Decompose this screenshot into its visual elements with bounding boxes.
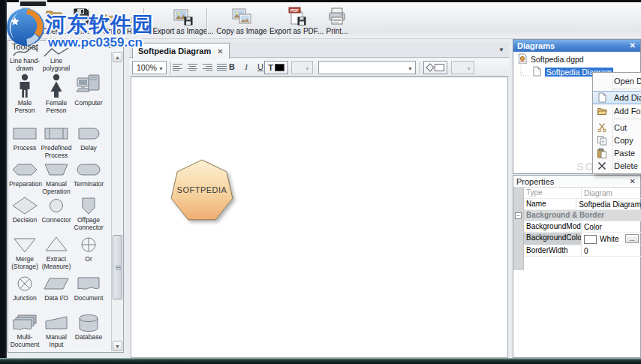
menu-item-open-diagram[interactable]: Open Diagram	[593, 74, 641, 87]
toolset-item-label: Connector	[41, 216, 72, 224]
computer-shape-icon	[73, 74, 104, 99]
format-toolbar: 100%▼BIUT▼▼▼	[129, 59, 509, 77]
menu-item-cut[interactable]: Cut	[593, 121, 641, 134]
align-right-icon[interactable]	[203, 64, 212, 72]
properties-panel-title: Properties	[516, 177, 554, 186]
toolset-close-icon[interactable]: ✕	[107, 42, 116, 50]
toolset-item-label: Preparation	[9, 180, 41, 188]
tab-list-dropdown-icon[interactable]: ▼	[498, 47, 504, 53]
property-row-borderwidth[interactable]: BorderWidth0	[524, 245, 641, 257]
italic-button[interactable]: I	[241, 61, 251, 74]
section-label: Background & Border	[524, 210, 604, 221]
toolset-item-label: Decision	[9, 216, 41, 224]
collapse-expander-icon[interactable]: −	[515, 212, 522, 219]
shape-label: SOFTPEDIA	[177, 185, 227, 194]
scroll-down-icon[interactable]: ▼	[113, 341, 122, 351]
menu-item-label: Delete	[611, 161, 638, 170]
database-shape-icon	[73, 312, 104, 333]
toolset-item-label: Male Person	[9, 99, 41, 114]
toolset-item-process[interactable]: Process	[9, 123, 41, 152]
color-picker-button[interactable]: ...	[625, 234, 639, 243]
property-value[interactable]: Color	[582, 221, 641, 232]
toolset-item-label: Female Person	[41, 99, 72, 114]
line-style-select[interactable]: ▼	[451, 61, 474, 74]
toolbar-button-print[interactable]: Print...	[296, 6, 378, 35]
toolset-item-or[interactable]: Or	[73, 234, 104, 263]
tree-root-label: Softpedia.dgpd	[531, 55, 584, 64]
toolset-item-junction[interactable]: Junction	[9, 273, 41, 302]
property-row-backgroundmod[interactable]: BackgroundModColor	[524, 221, 641, 233]
diagram-canvas[interactable]: SOFTPEDIA	[131, 77, 508, 358]
decision-shape-icon	[9, 195, 41, 216]
diagrams-panel-header[interactable]: Diagrams ✕	[513, 40, 640, 52]
toolset-item-database[interactable]: Database	[73, 312, 104, 341]
toolset-item-data-i-o[interactable]: Data I/O	[41, 273, 72, 302]
toolset-item-line-polygonal[interactable]: Line polygonal	[41, 47, 72, 72]
fill-color-button[interactable]	[423, 61, 447, 74]
toolset-item-manual-input[interactable]: Manual Input	[41, 312, 72, 348]
align-center-icon[interactable]	[188, 64, 197, 72]
property-value[interactable]: Softpedia Diagram	[576, 199, 641, 209]
screen-left-edge	[0, 0, 7, 359]
properties-panel-close-icon[interactable]: ✕	[630, 177, 636, 185]
bold-button[interactable]: B	[227, 61, 237, 74]
line-poly-shape-icon	[41, 47, 72, 57]
tab-title: Softpedia Diagram	[138, 47, 211, 56]
property-row-backgroundcolo[interactable]: BackgroundColoWhite...	[524, 233, 641, 245]
toolset-item-terminator[interactable]: Terminator	[73, 159, 104, 188]
toolset-item-decision[interactable]: Decision	[9, 195, 41, 224]
softpedia-shape[interactable]: SOFTPEDIA	[157, 149, 254, 243]
toolbar-button-label: Print...	[296, 27, 378, 35]
property-value-text: Color	[584, 223, 602, 231]
zoom-select[interactable]: 100%▼	[132, 61, 167, 74]
menu-item-copy[interactable]: Copy	[593, 134, 641, 146]
align-justify-icon[interactable]	[217, 64, 227, 72]
property-value[interactable]: Diagram	[582, 188, 641, 198]
toolset-scrollbar[interactable]: ▲ ▼	[111, 52, 122, 351]
toolset-item-multi-document[interactable]: Multi- Document	[9, 312, 41, 348]
tab-softpedia-diagram[interactable]: Softpedia Diagram ✕	[132, 43, 230, 59]
scroll-up-icon[interactable]: ▲	[113, 52, 122, 62]
menu-item-add-folder[interactable]: Add Folder	[593, 104, 641, 117]
toolset-item-label: Terminator	[73, 180, 104, 188]
property-row-type[interactable]: TypeDiagram	[524, 188, 641, 199]
font-size-select[interactable]: ▼	[291, 61, 313, 74]
menu-separator	[612, 89, 641, 89]
property-value-text: 0	[584, 247, 588, 255]
toolset-item-extract-measure[interactable]: Extract (Measure)	[41, 234, 72, 270]
toolset-item-male-person[interactable]: Male Person	[9, 74, 41, 114]
font-color-button[interactable]: T	[264, 61, 288, 74]
toolset-item-connector[interactable]: Connector	[41, 195, 72, 224]
properties-panel-header[interactable]: Properties ✕	[513, 176, 640, 188]
toolset-panel: Toolset ✕ Line hand- drawnLine polygonal…	[8, 40, 124, 353]
font-family-select[interactable]: ▼	[318, 61, 416, 74]
toolset-item-predefined-process[interactable]: Predefined Process	[41, 123, 72, 159]
toolset-item-preparation[interactable]: Preparation	[9, 159, 41, 188]
female-shape-icon	[41, 74, 72, 99]
scroll-thumb[interactable]	[113, 235, 122, 299]
toolset-item-label: Multi- Document	[9, 333, 41, 348]
toolset-item-female-person[interactable]: Female Person	[41, 74, 72, 114]
tab-close-icon[interactable]: ✕	[217, 47, 223, 56]
menu-item-paste[interactable]: Paste	[593, 146, 641, 159]
dataio-shape-icon	[41, 273, 72, 294]
or-shape-icon	[73, 234, 104, 255]
properties-section-header[interactable]: Background & Border	[524, 210, 641, 221]
format-separator	[420, 62, 420, 74]
diagrams-panel-close-icon[interactable]: ✕	[630, 41, 636, 50]
menu-item-delete[interactable]: Delete	[593, 159, 641, 172]
toolset-item-document[interactable]: Document	[73, 273, 104, 302]
toolset-item-manual-operation[interactable]: Manual Operation	[41, 159, 72, 195]
menu-item-add-diagram[interactable]: Add Diagram	[593, 91, 641, 104]
toolset-item-line-hand-drawn[interactable]: Line hand- drawn	[9, 47, 41, 72]
toolset-item-offpage-connector[interactable]: Offpage Connector	[73, 195, 104, 231]
align-left-icon[interactable]	[173, 64, 182, 72]
menu-item-label: Add Folder	[611, 107, 641, 116]
toolset-item-computer[interactable]: Computer	[73, 74, 104, 107]
property-value[interactable]: White...	[582, 233, 641, 245]
property-row-name[interactable]: NameSoftpedia Diagram	[524, 199, 641, 210]
toolset-item-delay[interactable]: Delay	[73, 123, 104, 152]
tree-item-root[interactable]: Softpedia.dgpd	[517, 53, 584, 65]
property-value[interactable]: 0	[582, 245, 641, 256]
toolset-item-merge-storage[interactable]: Merge (Storage)	[9, 234, 41, 270]
